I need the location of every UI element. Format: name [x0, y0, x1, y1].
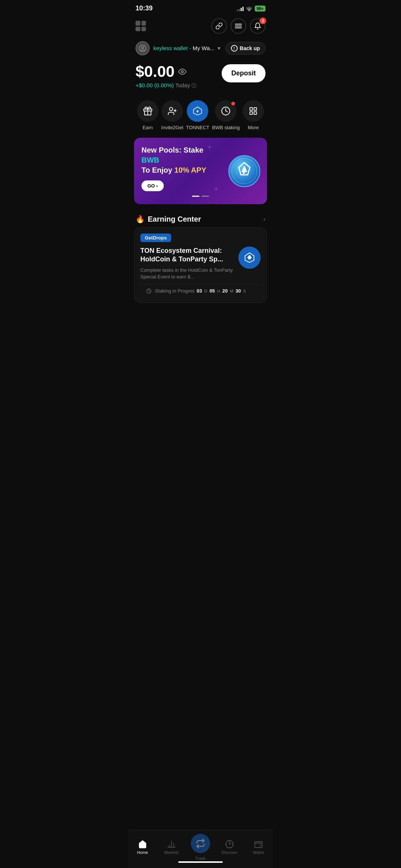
- earning-center-title: 🔥 Earning Center: [136, 215, 201, 223]
- action-more[interactable]: More: [242, 100, 264, 130]
- link-icon: [215, 22, 223, 30]
- balance-section: $0.00 +$0.00 (0.00%) Today ⓘ Deposit: [128, 60, 273, 97]
- status-bar: 10:39 98+: [128, 0, 273, 15]
- notification-button[interactable]: 3: [250, 18, 265, 34]
- promotion-banner[interactable]: + + New Pools: Stake BWBTo Enjoy 10% APY…: [134, 138, 267, 204]
- notification-badge: 3: [260, 17, 266, 24]
- bell-icon: [254, 22, 261, 30]
- bwb-dot: [231, 102, 235, 105]
- svg-rect-15: [254, 108, 257, 110]
- banner-go-button[interactable]: GO ›: [141, 180, 164, 191]
- action-bwb[interactable]: BWB staking: [212, 100, 239, 130]
- wifi-icon: [246, 6, 252, 11]
- wallet-info[interactable]: keyless wallet - My Wa... ▾: [136, 41, 221, 55]
- earn-label: Earn: [143, 125, 153, 130]
- more-icon-wrapper: [242, 100, 264, 122]
- battery-indicator: 98+: [255, 6, 265, 12]
- balance-amount: $0.00: [136, 63, 196, 81]
- earning-card-icon: [238, 247, 261, 269]
- svg-marker-24: [247, 255, 252, 260]
- svg-rect-14: [250, 108, 252, 110]
- action-tonnect[interactable]: ▼ TONNECT: [186, 100, 209, 130]
- deco-plus-2: +: [214, 184, 219, 194]
- banner-dot-2: [202, 196, 209, 197]
- warning-icon: !: [231, 45, 238, 52]
- svg-rect-17: [254, 112, 257, 114]
- bwb-label: BWB staking: [212, 125, 239, 130]
- earning-card-title: TON Ecosystem Carnival: HoldCoin & TonPa…: [140, 247, 234, 264]
- wallet-row: keyless wallet - My Wa... ▾ ! Back up: [128, 38, 273, 60]
- tonnect-icon-wrapper: ▼: [187, 100, 208, 122]
- banner-coin-graphic: ▶: [228, 154, 261, 188]
- token-icon: [221, 106, 231, 116]
- wallet-avatar: [136, 41, 150, 55]
- avatar-icon: [138, 44, 147, 52]
- banner-dot-1: [192, 196, 199, 197]
- signal-icon: [237, 6, 244, 11]
- invite-icon-wrapper: [162, 100, 183, 122]
- wallet-name: keyless wallet - My Wa... ▾: [153, 45, 221, 52]
- banner-title: New Pools: Stake BWBTo Enjoy 10% APY: [141, 145, 212, 175]
- staking-timer: ·Staking in Progres 03 D 05 H 20 M 30 S: [140, 284, 261, 297]
- svg-point-8: [169, 107, 173, 111]
- svg-text:▼: ▼: [196, 109, 200, 114]
- link-button[interactable]: [211, 18, 227, 34]
- balance-change: +$0.00 (0.00%) Today ⓘ: [136, 82, 196, 89]
- menu-button[interactable]: [231, 18, 246, 34]
- bwb-icon-wrapper: [215, 100, 237, 122]
- earning-card-desc: Complete tasks in the HoldCoin & TonPart…: [140, 267, 234, 280]
- deposit-button[interactable]: Deposit: [222, 64, 265, 82]
- clock-icon: [146, 288, 151, 294]
- earning-center-header[interactable]: 🔥 Earning Center ›: [128, 209, 273, 227]
- svg-rect-16: [250, 112, 252, 114]
- person-add-icon: [167, 106, 177, 116]
- earning-center-arrow: ›: [263, 215, 265, 223]
- getdrops-badge: GetDrops: [140, 234, 171, 242]
- svg-point-4: [141, 46, 144, 49]
- grid-icon: [249, 107, 258, 115]
- svg-text:▶: ▶: [243, 170, 246, 174]
- svg-point-5: [181, 71, 183, 73]
- status-time: 10:39: [136, 4, 153, 12]
- quick-actions: Earn Invite2Get ▼ TONNECT: [128, 97, 273, 133]
- status-icons: 98+: [237, 6, 265, 12]
- tonnect-label: TONNECT: [186, 125, 209, 130]
- header-actions: 3: [211, 18, 265, 34]
- menu-icon: [235, 23, 242, 29]
- more-label: More: [248, 125, 259, 130]
- banner-dots: [141, 196, 260, 197]
- invite-label: Invite2Get: [161, 125, 183, 130]
- action-invite[interactable]: Invite2Get: [161, 100, 183, 130]
- earning-card[interactable]: GetDrops TON Ecosystem Carnival: HoldCoi…: [134, 227, 267, 303]
- eye-icon: [178, 68, 186, 76]
- tonnect-earn-icon: [244, 252, 255, 264]
- gift-icon: [143, 106, 153, 116]
- deco-plus-1: +: [207, 142, 212, 152]
- tonnect-logo-icon: ▼: [192, 106, 203, 116]
- backup-button[interactable]: ! Back up: [225, 42, 265, 55]
- earn-icon-wrapper: [137, 100, 159, 122]
- action-earn[interactable]: Earn: [137, 100, 159, 130]
- app-logo[interactable]: [136, 21, 146, 31]
- header: 3: [128, 15, 273, 38]
